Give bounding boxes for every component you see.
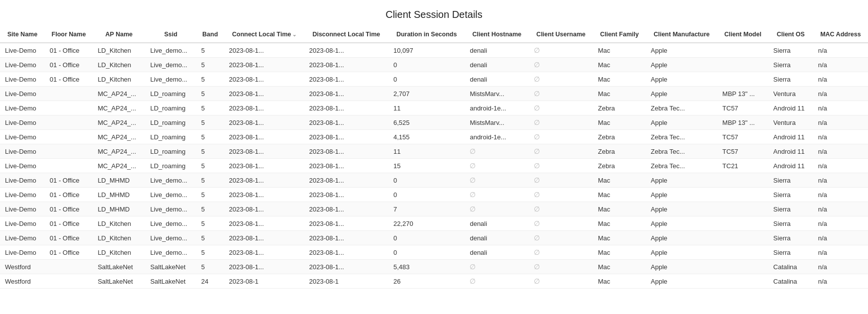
cell-client_os: Catalina [768,274,813,289]
cell-client_family: Mac [593,260,646,274]
cell-client_manufacture: Apple [646,260,718,274]
cell-client_hostname: denali [465,43,529,58]
cell-connect_local_time: 2023-08-1... [224,101,304,115]
cell-band: 5 [196,173,224,188]
cell-connect_local_time: 2023-08-1... [224,130,304,144]
null-icon: ∅ [534,147,540,155]
cell-client_os: Sierra [768,72,813,87]
cell-disconnect_local_time: 2023-08-1... [304,202,388,216]
cell-ap_name: MC_AP24_... [93,101,145,115]
cell-site_name: Live-Demo [0,43,45,58]
null-icon: ∅ [534,205,540,213]
cell-connect_local_time: 2023-08-1... [224,188,304,202]
cell-client_manufacture: Apple [646,72,718,87]
null-icon: ∅ [534,248,540,256]
null-icon: ∅ [534,46,540,54]
cell-site_name: Live-Demo [0,87,45,101]
cell-band: 5 [196,43,224,58]
cell-duration_seconds: 0 [388,72,465,87]
col-header-connect_local_time[interactable]: Connect Local Time ⌄ [224,26,304,43]
table-wrapper: Site NameFloor NameAP NameSsidBandConnec… [0,26,868,289]
cell-client_model [718,231,768,245]
cell-mac_address: n/a [813,216,868,231]
table-row: Live-Demo01 - OfficeLD_KitchenLive_demo.… [0,245,868,260]
cell-client_manufacture: Apple [646,245,718,260]
cell-band: 5 [196,72,224,87]
cell-duration_seconds: 10,097 [388,43,465,58]
cell-ap_name: MC_AP24_... [93,130,145,144]
null-icon: ∅ [534,61,540,69]
cell-disconnect_local_time: 2023-08-1... [304,130,388,144]
cell-mac_address: n/a [813,173,868,188]
cell-client_model [718,43,768,58]
cell-ssid: SaltLakeNet [145,260,196,274]
col-header-client_hostname: Client Hostname [465,26,529,43]
cell-ap_name: LD_MHMD [93,202,145,216]
null-icon: ∅ [534,263,540,271]
cell-site_name: Live-Demo [0,216,45,231]
cell-band: 5 [196,144,224,159]
cell-client_os: Ventura [768,115,813,130]
cell-disconnect_local_time: 2023-08-1... [304,101,388,115]
cell-ssid: Live_demo... [145,202,196,216]
cell-mac_address: n/a [813,202,868,216]
null-icon: ∅ [534,277,540,285]
cell-client_model: MBP 13" ... [718,115,768,130]
cell-floor_name [45,101,93,115]
cell-mac_address: n/a [813,130,868,144]
table-row: Live-Demo01 - OfficeLD_MHMDLive_demo...5… [0,188,868,202]
cell-site_name: Live-Demo [0,173,45,188]
sort-icon: ⌄ [292,31,296,38]
cell-mac_address: n/a [813,87,868,101]
cell-client_os: Android 11 [768,101,813,115]
cell-connect_local_time: 2023-08-1... [224,216,304,231]
table-row: Live-Demo01 - OfficeLD_KitchenLive_demo.… [0,72,868,87]
cell-ap_name: SaltLakeNet [93,260,145,274]
col-header-duration_seconds: Duration in Seconds [388,26,465,43]
cell-client_username: ∅ [529,144,593,159]
cell-client_hostname: android-1e... [465,130,529,144]
cell-client_model [718,274,768,289]
cell-connect_local_time: 2023-08-1... [224,173,304,188]
cell-client_hostname: denali [465,231,529,245]
cell-client_manufacture: Zebra Tec... [646,144,718,159]
cell-client_family: Mac [593,72,646,87]
cell-client_model [718,58,768,72]
cell-ap_name: LD_Kitchen [93,216,145,231]
cell-duration_seconds: 0 [388,58,465,72]
col-header-floor_name: Floor Name [45,26,93,43]
cell-duration_seconds: 26 [388,274,465,289]
cell-duration_seconds: 2,707 [388,87,465,101]
cell-client_os: Android 11 [768,159,813,173]
cell-client_model [718,245,768,260]
cell-connect_local_time: 2023-08-1... [224,72,304,87]
cell-ap_name: MC_AP24_... [93,115,145,130]
cell-client_username: ∅ [529,72,593,87]
cell-client_hostname: ∅ [465,173,529,188]
cell-connect_local_time: 2023-08-1... [224,231,304,245]
cell-site_name: Live-Demo [0,231,45,245]
cell-floor_name: 01 - Office [45,58,93,72]
cell-band: 5 [196,202,224,216]
cell-site_name: Live-Demo [0,101,45,115]
cell-disconnect_local_time: 2023-08-1... [304,216,388,231]
col-header-client_family: Client Family [593,26,646,43]
cell-client_hostname: ∅ [465,159,529,173]
cell-client_manufacture: Apple [646,274,718,289]
col-header-site_name: Site Name [0,26,45,43]
cell-disconnect_local_time: 2023-08-1... [304,188,388,202]
cell-client_family: Mac [593,43,646,58]
cell-client_family: Mac [593,216,646,231]
cell-ap_name: SaltLakeNet [93,274,145,289]
cell-client_family: Mac [593,202,646,216]
table-row: Live-Demo01 - OfficeLD_KitchenLive_demo.… [0,216,868,231]
col-header-client_model: Client Model [718,26,768,43]
cell-ssid: Live_demo... [145,72,196,87]
cell-site_name: Live-Demo [0,144,45,159]
cell-band: 5 [196,115,224,130]
cell-client_hostname: ∅ [465,188,529,202]
cell-client_username: ∅ [529,43,593,58]
cell-client_os: Sierra [768,231,813,245]
cell-disconnect_local_time: 2023-08-1... [304,260,388,274]
cell-client_manufacture: Apple [646,87,718,101]
